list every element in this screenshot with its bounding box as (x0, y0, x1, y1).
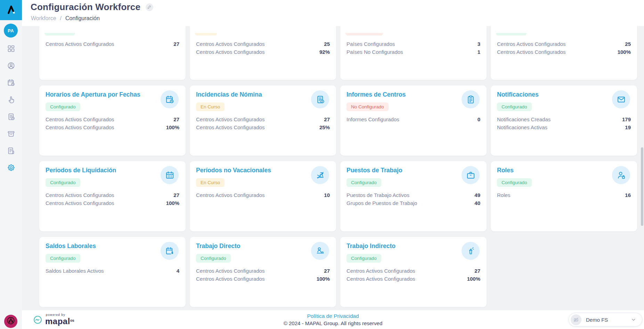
card-title[interactable]: Trabajo Indirecto (347, 242, 480, 250)
card-saldos-laborales[interactable]: Saldos Laborales Configurado Saldos Labo… (39, 237, 186, 307)
stat-label: Países No Configurados (347, 49, 403, 55)
card-clipped-3[interactable]: Países Configurados 3 Países No Configur… (340, 26, 487, 80)
document-alert-icon (316, 95, 325, 104)
document-list-icon (7, 147, 15, 155)
environment-selector[interactable]: Demo FS (569, 313, 642, 327)
card-trabajo-indirecto[interactable]: Trabajo Indirecto Configurado Centros Ac… (340, 237, 487, 307)
card-icon-circle (462, 242, 480, 260)
stat-value: 100% (618, 49, 631, 55)
card-stats: Centros Activos Configurados 25 Centros … (497, 40, 631, 56)
sidebar-item-calendar-clock[interactable] (7, 79, 15, 87)
breadcrumb-configuracion: Configuración (65, 15, 100, 22)
card-horarios-de-apertura-por-fechas[interactable]: Horarios de Apertura por Fechas Configur… (39, 85, 186, 156)
card-clipped-4[interactable]: Centros Activos Configurados 25 Centros … (491, 26, 637, 80)
footer: powered by mapalos Política de Privacida… (22, 310, 644, 329)
stat-value: 100% (166, 124, 179, 130)
stat-label: Centros Activos Configurados (46, 200, 114, 206)
stat-label: Centros Activos Configurados (196, 49, 265, 55)
stat-label: Centros Activos Configurados (196, 41, 265, 47)
stat-value: 27 (474, 268, 480, 274)
card-puestos-de-trabajo[interactable]: Puestos de Trabajo Configurado Puestos d… (340, 161, 487, 231)
stat-value: 25 (324, 41, 330, 47)
stat-value: 1 (478, 49, 480, 55)
stat-label: Centros Activos Configurados (46, 41, 114, 47)
stat-value: 19 (625, 124, 631, 130)
card-title[interactable]: Notificaciones (497, 90, 631, 99)
card-stats: Puestos de Trabajo Activos 49 Grupos de … (347, 191, 480, 207)
stat-value: 25% (319, 124, 330, 130)
stat-row: Países No Configurados 1 (347, 48, 480, 56)
card-icon-circle (311, 90, 329, 108)
user-lock-icon (617, 171, 626, 180)
user-icon (7, 61, 15, 70)
sidebar-item-settings-gear[interactable] (7, 164, 15, 172)
status-badge-remnant (44, 33, 75, 35)
vertical-scrollbar-thumb[interactable] (641, 147, 643, 226)
sidebar-item-user[interactable] (7, 61, 15, 70)
app-logo[interactable] (0, 0, 22, 20)
stat-value: 27 (173, 41, 179, 47)
card-title[interactable]: Periodos de Liquidación (46, 166, 179, 174)
stat-label: Centros Activos Configurados (46, 116, 114, 122)
hand-pointer-icon (7, 96, 15, 104)
workforce-app-button[interactable] (4, 315, 17, 328)
card-title[interactable]: Saldos Laborales (46, 242, 179, 250)
avatar[interactable]: PA (4, 24, 18, 38)
card-notificaciones[interactable]: Notificaciones Configurado Notificacione… (491, 85, 637, 156)
status-badge: Configurado (46, 178, 80, 187)
card-clipped-1[interactable]: Centros Activos Configurados 27 (39, 26, 186, 80)
stat-row: Centros Activos Configurados 100% (497, 48, 631, 56)
card-periodos-de-liquidacion[interactable]: Periodos de Liquidación Configurado Cent… (39, 161, 186, 231)
card-stats: Centros Activos Configurados 27 Centros … (46, 191, 179, 207)
stat-value: 27 (324, 268, 330, 274)
card-title[interactable]: Informes de Centros (347, 90, 480, 99)
card-title[interactable]: Puestos de Trabajo (347, 166, 480, 174)
page-title: Configuración Workforce (31, 2, 140, 13)
privacy-policy-link[interactable]: Política de Privacidad (307, 313, 359, 319)
card-title[interactable]: Períodos no Vacacionales (196, 166, 330, 174)
stat-label: Saldos Laborales Activos (46, 268, 104, 274)
stat-row: Notificaciones Activas 19 (497, 123, 631, 131)
card-title[interactable]: Horarios de Apertura por Fechas (46, 90, 179, 99)
card-informes-de-centros[interactable]: Informes de Centros No Configurado Infor… (340, 85, 487, 156)
card-incidencias-de-nomina[interactable]: Incidencias de Nómina En Curso Centros A… (190, 85, 336, 156)
card-clipped-2[interactable]: Centros Activos Configurados 25 Centros … (190, 26, 336, 80)
card-stats: Centros Activos Configurados 27 Centros … (46, 115, 179, 131)
edit-title-button[interactable] (146, 3, 153, 11)
card-title[interactable]: Incidencias de Nómina (196, 90, 330, 99)
card-title[interactable]: Roles (497, 166, 631, 174)
stat-value: 16 (625, 192, 631, 198)
stat-row: Informes Configurados 0 (347, 115, 480, 123)
card-periodos-no-vacacionales[interactable]: Períodos no Vacacionales En Curso Centro… (190, 161, 336, 231)
status-badge: Configurado (46, 254, 80, 263)
stat-row: Grupos de Puestos de Trabajo 40 (347, 199, 480, 207)
card-stats: Roles 16 (497, 191, 631, 199)
card-trabajo-directo[interactable]: Trabajo Directo Configurado Centros Acti… (190, 237, 336, 307)
card-stats: Informes Configurados 0 (347, 115, 480, 123)
breadcrumb-workforce[interactable]: Workforce (31, 15, 56, 22)
no-image-icon (571, 314, 581, 325)
breadcrumb-separator: / (60, 15, 62, 22)
stat-value: 27 (173, 116, 179, 122)
stat-label: Centros Activos Configurados (46, 192, 114, 198)
card-roles[interactable]: Roles Configurado Roles 16 (491, 161, 637, 231)
sidebar-item-archive-box[interactable] (7, 130, 15, 138)
stat-value: 10 (324, 192, 330, 198)
stat-row: Puestos de Trabajo Activos 49 (347, 191, 480, 199)
card-stats: Notificaciones Creadas 179 Notificacione… (497, 115, 631, 131)
stat-row: Centros Activos Configurados 27 (347, 267, 480, 275)
sidebar-item-document-clock[interactable] (7, 113, 15, 121)
stat-row: Centros Activos Configurados 27 (46, 191, 179, 199)
avatar-initials: PA (8, 28, 14, 33)
sidebar-item-dashboard[interactable] (7, 44, 15, 53)
stat-label: Centros Activos Configurados (347, 268, 415, 274)
sidebar-item-document-list[interactable] (7, 147, 15, 155)
calendar-clock-icon (7, 79, 15, 87)
card-stats: Saldos Laborales Activos 4 (46, 267, 179, 275)
card-title[interactable]: Trabajo Directo (196, 242, 330, 250)
stat-row: Notificaciones Creadas 179 (497, 115, 631, 123)
status-badge-remnant (496, 33, 527, 35)
stat-label: Centros Activos Configurados (497, 49, 566, 55)
sidebar-item-hand-pointer[interactable] (7, 96, 15, 104)
stat-row: Centros Activos Configurados 25 (497, 40, 631, 48)
